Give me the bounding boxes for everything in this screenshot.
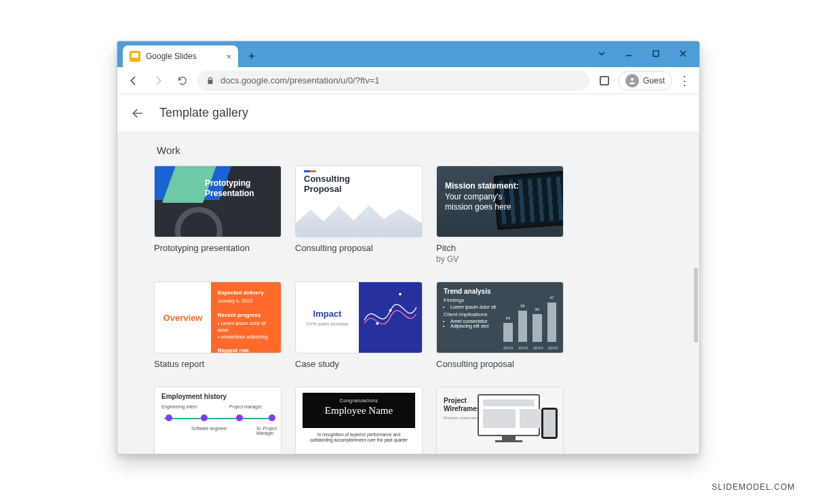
window-close-icon[interactable]: [671, 45, 695, 62]
content-area: Work PrototypingPresentation Prototyping…: [117, 132, 699, 454]
avatar-icon: [625, 74, 639, 88]
page-header: Template gallery: [117, 94, 699, 132]
template-card[interactable]: ProjectWireframesProblem statement and s…: [436, 387, 564, 454]
window-controls: [589, 45, 695, 62]
window-caret-icon[interactable]: [589, 45, 614, 62]
svg-point-3: [399, 293, 402, 296]
svg-point-2: [389, 309, 392, 312]
browser-tab[interactable]: Google Slides ×: [123, 45, 238, 67]
template-card[interactable]: Mission statement:Your company'smission …: [436, 166, 564, 264]
template-title: Consulting proposal: [436, 359, 564, 369]
watermark: SLIDEMODEL.COM: [712, 482, 795, 492]
template-title: Status report: [154, 359, 282, 369]
template-grid: PrototypingPresentation Prototyping pres…: [154, 166, 699, 454]
template-thumb: ImpactXX% sales increase: [295, 282, 423, 353]
scrollbar-thumb[interactable]: [694, 268, 698, 343]
template-title: Case study: [295, 359, 423, 369]
template-thumb: ConsultingProposal: [295, 166, 423, 237]
page-title: Template gallery: [159, 106, 248, 120]
template-title: Consulting proposal: [295, 243, 423, 253]
stage: Google Slides × + do: [0, 0, 814, 504]
browser-toolbar: docs.google.com/presentation/u/0/?ftv=1 …: [117, 67, 699, 94]
omnibox-url: docs.google.com/presentation/u/0/?ftv=1: [220, 75, 380, 85]
extensions-icon: [600, 76, 609, 85]
window-minimize-icon[interactable]: [617, 45, 641, 62]
template-thumb: Overview Expected deliveryJanuary 4, 20X…: [154, 282, 282, 353]
browser-window: Google Slides × + do: [117, 41, 700, 454]
template-card[interactable]: ImpactXX% sales increase Case study: [295, 282, 423, 369]
template-subtitle: by GV: [436, 254, 564, 264]
template-thumb: Employment history Engineering intern Pr…: [154, 387, 282, 454]
tab-title: Google Slides: [146, 52, 197, 61]
section-title: Work: [157, 144, 699, 156]
svg-point-4: [376, 322, 379, 325]
nav-reload-button[interactable]: [173, 71, 192, 90]
slides-favicon-icon: [130, 51, 140, 62]
window-maximize-icon[interactable]: [644, 45, 668, 62]
trend-bars: 24 39 34 47: [503, 292, 556, 342]
browser-menu-button[interactable]: ⋮: [676, 73, 693, 88]
template-title: Prototyping presentation: [154, 243, 282, 253]
template-card[interactable]: Overview Expected deliveryJanuary 4, 20X…: [154, 282, 282, 369]
extensions-button[interactable]: [595, 71, 614, 90]
tab-close-icon[interactable]: ×: [226, 52, 231, 62]
template-card[interactable]: ConsultingProposal Consulting proposal: [295, 166, 423, 264]
template-thumb: Mission statement:Your company'smission …: [436, 166, 564, 237]
template-card[interactable]: Employment history Engineering intern Pr…: [154, 387, 282, 454]
template-card[interactable]: Trend analysis Findings Lorem ipsum dolo…: [436, 282, 564, 369]
lock-icon: [206, 76, 215, 85]
page-back-button[interactable]: [128, 104, 147, 123]
template-title: Pitch: [436, 243, 564, 253]
nav-forward-button[interactable]: [149, 71, 168, 90]
titlebar: Google Slides × +: [117, 41, 699, 67]
profile-label: Guest: [643, 76, 665, 85]
profile-chip[interactable]: Guest: [618, 71, 672, 90]
template-thumb: ProjectWireframesProblem statement and s…: [436, 387, 564, 454]
omnibox[interactable]: docs.google.com/presentation/u/0/?ftv=1: [197, 71, 589, 91]
toolbar-right: Guest ⋮: [595, 71, 693, 90]
nav-back-button[interactable]: [124, 71, 143, 90]
template-thumb: Congratulations Employee Name In recogni…: [295, 387, 423, 454]
template-card[interactable]: Congratulations Employee Name In recogni…: [295, 387, 423, 454]
new-tab-button[interactable]: +: [242, 47, 261, 66]
svg-point-1: [631, 78, 634, 81]
template-thumb: PrototypingPresentation: [154, 166, 282, 237]
svg-rect-0: [653, 51, 659, 56]
template-thumb: Trend analysis Findings Lorem ipsum dolo…: [436, 282, 564, 353]
template-card[interactable]: PrototypingPresentation Prototyping pres…: [154, 166, 282, 264]
